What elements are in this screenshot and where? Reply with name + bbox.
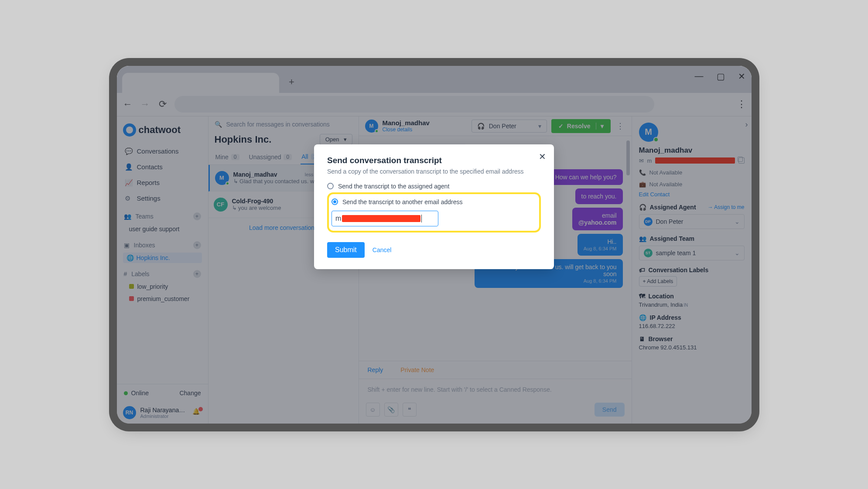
text-cursor [421, 215, 422, 222]
radio-option-agent[interactable]: Send the transcript to the assigned agen… [327, 183, 541, 190]
cancel-button[interactable]: Cancel [372, 246, 392, 253]
modal-description: Send a copy of the conversation transcri… [327, 168, 541, 175]
highlighted-option: Send the transcript to another email add… [327, 192, 541, 233]
modal-overlay[interactable]: ✕ Send conversation transcript Send a co… [117, 66, 752, 424]
email-field[interactable]: m [331, 211, 438, 226]
radio-icon[interactable] [331, 198, 338, 205]
modal-title: Send conversation transcript [327, 156, 541, 165]
submit-button[interactable]: Submit [327, 242, 365, 258]
close-icon[interactable]: ✕ [539, 151, 546, 162]
radio-icon[interactable] [327, 183, 334, 189]
radio-option-email[interactable]: Send the transcript to another email add… [331, 198, 537, 205]
send-transcript-modal: ✕ Send conversation transcript Send a co… [314, 144, 554, 269]
redacted-email [342, 215, 420, 222]
